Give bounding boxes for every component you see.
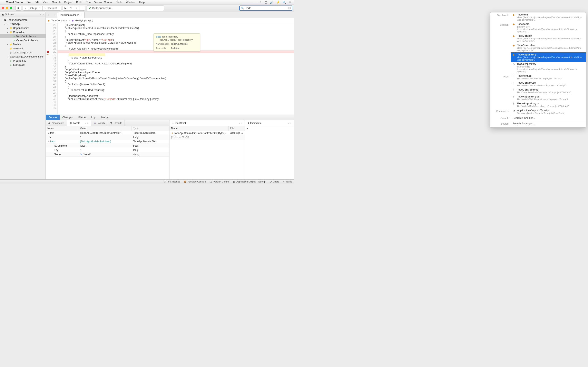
debug-controls: ▶ ↷ ↓ ↑ (63, 6, 85, 11)
menu-icon[interactable]: ☰ (289, 1, 292, 4)
wifi-icon[interactable]: ⌔ (260, 1, 261, 4)
source-control-tabs: Source Changes Blame Log Merge (46, 115, 294, 120)
volume-icon[interactable]: 🔊 (270, 1, 273, 4)
expand-icon[interactable]: ▫ (239, 122, 240, 125)
close-tab-icon[interactable]: × (81, 14, 82, 17)
callstack-row[interactable]: [External Code] (169, 135, 245, 140)
tree-item[interactable]: {}appsettings.json (0, 50, 45, 55)
tree-item[interactable]: ▾📁Controllers (0, 30, 45, 34)
close-panel-icon[interactable]: × (43, 13, 44, 16)
menu-edit[interactable]: Edit (35, 1, 39, 4)
tree-item[interactable]: ◇TodoController.cs (0, 34, 45, 38)
col-cs-file[interactable]: File (229, 126, 245, 131)
expand-icon[interactable]: ▫ (288, 122, 289, 125)
tree-item[interactable]: ◇Program.cs (0, 59, 45, 63)
tree-item[interactable]: ▸📁Dependencies (0, 26, 45, 30)
airplay-icon[interactable]: ▢ (264, 1, 267, 4)
menu-version-control[interactable]: Version Control (94, 1, 112, 4)
tab-callstack[interactable]: ☰Call Stack▫× (169, 120, 245, 126)
package-icon: 📦 (183, 180, 186, 183)
crumb-method[interactable]: GetById(long id) (75, 19, 93, 22)
step-into-button[interactable]: ↓ (74, 6, 79, 11)
callstack-pane: ☰Call Stack▫× Name File ➔ TodoApi.Contro… (169, 120, 245, 179)
locals-row[interactable]: Key1long (46, 148, 169, 152)
clear-search-icon[interactable]: ⓧ (288, 6, 291, 10)
tree-item[interactable]: 📁wwwroot (0, 47, 45, 50)
tab-watch[interactable]: 👓Watch (91, 120, 107, 126)
status-app-output[interactable]: ▤Application Output - TodoApi (233, 180, 266, 183)
menu-run[interactable]: Run (86, 1, 91, 4)
col-name[interactable]: Name (46, 126, 78, 131)
status-errors[interactable]: ⊘Errors (270, 180, 279, 183)
app-name[interactable]: Visual Studio (6, 1, 23, 4)
locals-row[interactable]: ▸this{TodoApi.Controllers.TodoController… (46, 131, 169, 135)
tab-title: TodoController.cs (60, 14, 79, 17)
menu-file[interactable]: File (26, 1, 31, 4)
editor-breadcrumb[interactable]: ◆ TodoController ▸ ◉ GetById(long id) (46, 18, 294, 23)
menu-search[interactable]: Search (52, 1, 61, 4)
tree-root[interactable]: ▾▣TodoApi (master) (0, 18, 45, 22)
tab-locals[interactable]: ▦Locals▫× (67, 120, 91, 126)
global-search[interactable]: 🔍 ⓧ (239, 6, 292, 11)
close-icon[interactable]: × (290, 122, 291, 125)
menu-window[interactable]: Window (126, 1, 135, 4)
tree-item[interactable]: ◇Startup.cs (0, 63, 45, 67)
immediate-body[interactable]: > (245, 126, 294, 179)
col-type[interactable]: Type (131, 126, 169, 131)
locals-row[interactable]: Name✎ "Item1"string (46, 152, 169, 157)
spotlight-icon[interactable]: 🔍 (283, 1, 286, 4)
step-over-button[interactable]: ↷ (68, 6, 74, 11)
tab-immediate[interactable]: ▮Immediate▫× (245, 120, 294, 126)
output-icon: ▤ (233, 180, 235, 183)
tab-merge[interactable]: Merge (98, 115, 111, 120)
tree-item[interactable]: {}appsettings.Development.json (0, 55, 45, 59)
check-icon: ✔ (283, 180, 285, 183)
status-tasks[interactable]: ✔Tasks (283, 180, 292, 183)
menu-view[interactable]: View (43, 1, 48, 4)
run-configuration[interactable]: ▫ Debug › ▫ Default (23, 6, 61, 11)
expand-icon[interactable]: ▫ (40, 13, 41, 16)
battery-icon[interactable]: ▭ (254, 1, 257, 4)
tree-project[interactable]: ▾▫TodoApi (0, 22, 45, 26)
power-icon[interactable]: ⚡ (276, 1, 280, 4)
crumb-class[interactable]: TodoController (51, 19, 67, 22)
minimize-window[interactable] (6, 7, 8, 9)
locals-row[interactable]: IsCompletefalsebool (46, 144, 169, 148)
col-cs-name[interactable]: Name (169, 126, 229, 131)
close-icon[interactable]: × (87, 122, 88, 125)
search-input[interactable] (245, 7, 287, 9)
expand-icon[interactable]: ▫ (85, 122, 86, 125)
nav-forward[interactable]: › (52, 12, 57, 18)
status-package-console[interactable]: 📦Package Console (183, 180, 206, 183)
menu-tools[interactable]: Tools (116, 1, 122, 4)
tab-blame[interactable]: Blame (76, 115, 88, 120)
code-tooltip: class TodoRepository : TodoApi.Models.IT… (154, 33, 200, 51)
menu-build[interactable]: Build (76, 1, 82, 4)
tab-changes[interactable]: Changes (60, 115, 76, 120)
tree-item[interactable]: ◇ValuesController.cs (0, 38, 45, 42)
close-icon[interactable]: × (241, 122, 242, 125)
breakpoint-marker[interactable] (47, 51, 49, 53)
step-out-button[interactable]: ↑ (79, 6, 85, 11)
solution-tree[interactable]: ▾▣TodoApi (master) ▾▫TodoApi ▸📁Dependenc… (0, 17, 45, 179)
file-tab[interactable]: TodoController.cs × (57, 12, 85, 18)
code-editor[interactable]: 2021222324252627282930313233343536373839… (46, 23, 294, 115)
callstack-row[interactable]: ➔ TodoApi.Controllers.TodoController.Get… (169, 131, 245, 135)
menu-project[interactable]: Project (64, 1, 72, 4)
tree-item[interactable]: ▸📁Models (0, 42, 45, 47)
tab-threads[interactable]: ⇶Threads (107, 120, 125, 126)
tab-log[interactable]: Log (88, 115, 98, 120)
locals-row[interactable]: ▾item{TodoApi.Models.TodoItem}TodoApi.Mo… (46, 140, 169, 144)
status-version-control[interactable]: ⎇Version Control (209, 180, 229, 183)
menu-help[interactable]: Help (139, 1, 145, 4)
tab-breakpoints[interactable]: ◉Breakpoints (46, 120, 67, 126)
col-value[interactable]: Value (78, 126, 131, 131)
status-test-results[interactable]: ⚗Test Results (164, 180, 180, 183)
tab-source[interactable]: Source (46, 115, 60, 120)
zoom-window[interactable] (10, 7, 12, 9)
stop-button[interactable]: ◼ (16, 6, 21, 11)
locals-row[interactable]: id1long (46, 135, 169, 140)
play-button[interactable]: ▶ (63, 6, 68, 11)
nav-back[interactable]: ‹ (46, 12, 52, 18)
close-window[interactable] (2, 7, 4, 9)
